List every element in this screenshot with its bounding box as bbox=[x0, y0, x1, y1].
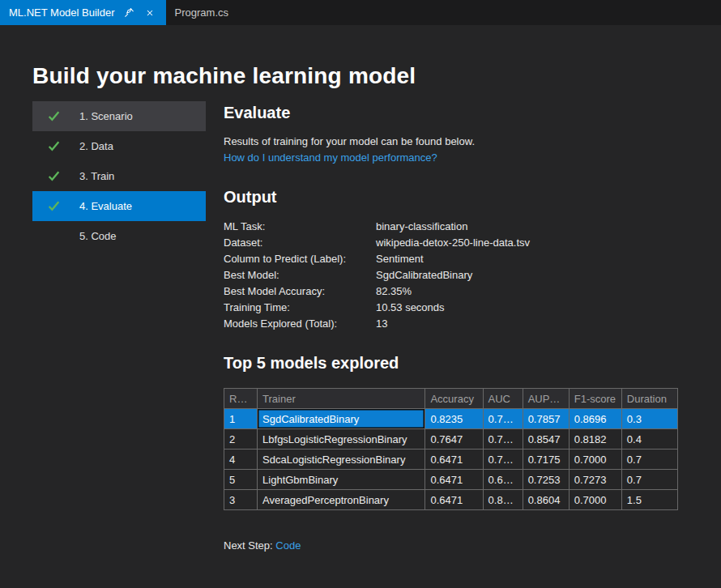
step-evaluate[interactable]: 4. Evaluate bbox=[32, 191, 206, 221]
step-train[interactable]: 3. Train bbox=[32, 161, 206, 191]
field-label: Best Model: bbox=[224, 267, 376, 283]
cell-auprc[interactable]: 0.7857 bbox=[523, 409, 569, 429]
cell-rank[interactable]: 4 bbox=[224, 450, 258, 470]
output-field-best-accuracy: Best Model Accuracy: 82.35% bbox=[224, 283, 689, 300]
steps-nav: 1. Scenario 2. Data 3. Train bbox=[32, 101, 206, 251]
cell-auprc[interactable]: 0.8604 bbox=[523, 490, 569, 510]
cell-f1-score[interactable]: 0.7000 bbox=[569, 450, 621, 470]
evaluate-panel: Evaluate Results of training for your mo… bbox=[224, 101, 689, 562]
check-icon bbox=[45, 168, 62, 185]
column-header-accuracy[interactable]: Accuracy bbox=[425, 389, 483, 409]
field-value: Sentiment bbox=[376, 251, 424, 267]
field-label: Column to Predict (Label): bbox=[224, 251, 376, 267]
cell-f1-score[interactable]: 0.8696 bbox=[569, 409, 621, 429]
document-tab-bar: ML.NET Model Builder Program.cs bbox=[0, 0, 721, 25]
table-row[interactable]: 1 SgdCalibratedBinary 0.8235 0.7576 0.78… bbox=[224, 409, 678, 429]
models-table: Rank Trainer Accuracy AUC AUPRC F1-score… bbox=[224, 388, 678, 510]
table-row[interactable]: 5 LightGbmBinary 0.6471 0.6212 0.7253 0.… bbox=[224, 470, 678, 490]
step-label: 4. Evaluate bbox=[79, 200, 132, 212]
table-row[interactable]: 3 AveragedPerceptronBinary 0.6471 0.8030… bbox=[224, 490, 678, 510]
check-icon bbox=[45, 109, 62, 125]
cell-trainer[interactable]: LightGbmBinary bbox=[258, 470, 425, 490]
cell-accuracy[interactable]: 0.6471 bbox=[425, 450, 483, 470]
tab-program-cs[interactable]: Program.cs bbox=[166, 0, 239, 25]
cell-accuracy[interactable]: 0.6471 bbox=[425, 470, 483, 490]
output-heading: Output bbox=[224, 188, 689, 207]
model-builder-page: Build your machine learning model 1. Sce… bbox=[0, 25, 721, 562]
table-row[interactable]: 4 SdcaLogisticRegressionBinary 0.6471 0.… bbox=[224, 450, 678, 470]
cell-trainer[interactable]: AveragedPerceptronBinary bbox=[258, 490, 425, 510]
vs-window: ML.NET Model Builder Program.cs Build yo… bbox=[0, 0, 721, 588]
cell-trainer[interactable]: SdcaLogisticRegressionBinary bbox=[258, 450, 425, 470]
check-icon bbox=[45, 138, 62, 155]
cell-f1-score[interactable]: 0.8182 bbox=[569, 429, 621, 450]
cell-accuracy[interactable]: 0.7647 bbox=[425, 429, 483, 450]
step-data[interactable]: 2. Data bbox=[32, 131, 206, 161]
step-label: 2. Data bbox=[79, 140, 113, 152]
cell-auc[interactable]: 0.7576 bbox=[483, 409, 523, 429]
cell-auc[interactable]: 0.8030 bbox=[483, 490, 523, 510]
cell-auprc[interactable]: 0.7175 bbox=[523, 450, 569, 470]
cell-auprc[interactable]: 0.7253 bbox=[523, 470, 569, 490]
cell-trainer[interactable]: LbfgsLogisticRegressionBinary bbox=[258, 429, 425, 450]
close-icon[interactable] bbox=[143, 6, 157, 20]
cell-auc[interactable]: 0.7424 bbox=[483, 450, 523, 470]
field-value: wikipedia-detox-250-line-data.tsv bbox=[376, 235, 530, 251]
output-field-best-model: Best Model: SgdCalibratedBinary bbox=[224, 267, 689, 283]
tab-mlnet-model-builder[interactable]: ML.NET Model Builder bbox=[0, 0, 166, 25]
column-header-rank[interactable]: Rank bbox=[224, 389, 258, 409]
column-header-auprc[interactable]: AUPRC bbox=[523, 389, 569, 409]
next-step-line: Next Step: Code bbox=[224, 539, 689, 552]
cell-trainer[interactable]: SgdCalibratedBinary bbox=[258, 409, 425, 429]
page-title: Build your machine learning model bbox=[32, 63, 689, 89]
cell-duration[interactable]: 1.5 bbox=[621, 490, 677, 510]
cell-duration[interactable]: 0.4 bbox=[621, 429, 677, 450]
tab-label: Program.cs bbox=[175, 6, 228, 19]
model-performance-link[interactable]: How do I understand my model performance… bbox=[224, 151, 437, 164]
column-header-f1-score[interactable]: F1-score bbox=[569, 389, 621, 409]
cell-accuracy[interactable]: 0.8235 bbox=[425, 409, 483, 429]
page-columns: 1. Scenario 2. Data 3. Train bbox=[32, 101, 689, 562]
cell-duration[interactable]: 0.7 bbox=[621, 470, 677, 490]
field-value: 13 bbox=[376, 316, 387, 332]
field-label: ML Task: bbox=[224, 219, 376, 235]
cell-accuracy[interactable]: 0.6471 bbox=[425, 490, 483, 510]
check-placeholder bbox=[45, 228, 62, 245]
pin-icon[interactable] bbox=[122, 6, 137, 20]
cell-rank[interactable]: 5 bbox=[224, 470, 258, 490]
next-step-label: Next Step: bbox=[224, 539, 273, 552]
output-field-models-explored: Models Explored (Total): 13 bbox=[224, 316, 689, 332]
cell-rank[interactable]: 2 bbox=[224, 429, 258, 450]
field-label: Best Model Accuracy: bbox=[224, 283, 376, 300]
output-field-ml-task: ML Task: binary-classification bbox=[224, 219, 689, 235]
models-heading: Top 5 models explored bbox=[224, 354, 689, 373]
header-row: Rank Trainer Accuracy AUC AUPRC F1-score… bbox=[224, 389, 678, 409]
models-table-body: 1 SgdCalibratedBinary 0.8235 0.7576 0.78… bbox=[224, 409, 678, 510]
table-row[interactable]: 2 LbfgsLogisticRegressionBinary 0.7647 0… bbox=[224, 429, 678, 450]
cell-f1-score[interactable]: 0.7273 bbox=[569, 470, 621, 490]
cell-auprc[interactable]: 0.8547 bbox=[523, 429, 569, 450]
evaluate-description: Results of training for your model can b… bbox=[224, 135, 689, 147]
step-label: 1. Scenario bbox=[79, 110, 133, 122]
check-icon bbox=[45, 198, 62, 215]
column-header-duration[interactable]: Duration bbox=[621, 389, 677, 409]
cell-auc[interactable]: 0.7879 bbox=[483, 429, 523, 450]
step-scenario[interactable]: 1. Scenario bbox=[32, 101, 206, 131]
cell-rank[interactable]: 1 bbox=[224, 409, 258, 429]
cell-rank[interactable]: 3 bbox=[224, 490, 258, 510]
evaluate-heading: Evaluate bbox=[224, 104, 689, 122]
field-label: Training Time: bbox=[224, 300, 376, 316]
step-label: 3. Train bbox=[79, 170, 114, 182]
column-header-trainer[interactable]: Trainer bbox=[258, 389, 425, 409]
cell-duration[interactable]: 0.7 bbox=[621, 450, 677, 470]
cell-auc[interactable]: 0.6212 bbox=[483, 470, 523, 490]
column-header-auc[interactable]: AUC bbox=[483, 389, 523, 409]
next-step-code-link[interactable]: Code bbox=[275, 539, 301, 552]
output-field-dataset: Dataset: wikipedia-detox-250-line-data.t… bbox=[224, 235, 689, 251]
step-code[interactable]: 5. Code bbox=[32, 221, 206, 251]
cell-f1-score[interactable]: 0.7000 bbox=[569, 490, 621, 510]
tab-label: ML.NET Model Builder bbox=[9, 6, 115, 19]
cell-duration[interactable]: 0.3 bbox=[621, 409, 677, 429]
field-label: Models Explored (Total): bbox=[224, 316, 376, 332]
output-field-label-column: Column to Predict (Label): Sentiment bbox=[224, 251, 689, 267]
